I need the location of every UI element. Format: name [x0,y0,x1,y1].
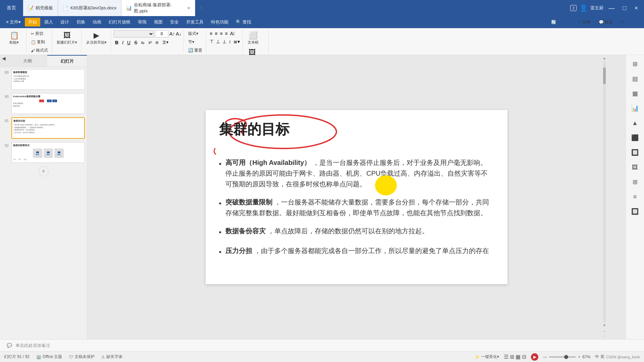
beautify-button[interactable]: ✨ 一键美化▾ [475,354,499,360]
menu-design[interactable]: 设计 [57,18,72,26]
slide-thumb-89[interactable]: 集群部署概览 • 高可用服务架构介绍 • 分布式部署概述 • 集群核心功能 [11,69,85,90]
scroll-down-button[interactable]: ▼ [603,323,606,327]
vertical-scrollbar[interactable]: ▲ ▼ + - [602,55,607,339]
image-panel-button[interactable]: 🖼 [629,161,641,174]
menu-view[interactable]: 视图 [151,18,166,26]
note-bar[interactable]: 💬 单击此处添加备注 [0,339,644,351]
layout-view-button[interactable]: ▦ [516,354,521,360]
line-spacing-button[interactable]: ↕ [228,38,232,45]
more-button[interactable]: ⋯ [629,19,638,25]
zoom-in-button[interactable]: + [603,330,605,333]
slide-thumb-90[interactable]: Kubernetes集群搭建步骤 M → N1 N2 安装步骤说明 配置说明 [11,93,85,114]
font-size-input[interactable] [155,30,168,38]
sync-button[interactable]: 🔄 已同步 [548,18,572,26]
zoom-out-button[interactable]: - [604,335,605,338]
slide-thumb-92[interactable]: 集群的部署形式 [11,142,85,163]
menu-devtools[interactable]: 开发工具 [183,18,207,26]
shape-panel-button[interactable]: ⬛ [629,131,641,144]
zoom-in-icon[interactable]: + [578,355,580,359]
table-button[interactable]: 🔲 [629,146,641,159]
list-level-button[interactable]: ≣▾ [233,38,240,45]
cut-button[interactable]: ✂ 剪切 [29,30,45,37]
slides-panel-button[interactable]: ▤ [629,72,641,85]
list-item[interactable]: 90 Kubernetes集群搭建步骤 M → N1 N2 安装步骤说明 配置说… [2,93,85,114]
text-panel-button[interactable]: ≡ [629,190,641,203]
align-right-button[interactable]: ≡ [219,30,223,37]
justify-button[interactable]: ≡ [224,30,228,37]
outline-tab[interactable]: 大纲 [8,55,47,67]
comments-button[interactable]: 💬 批注 [596,18,615,26]
grid-view-button[interactable]: ⊞ [510,354,514,360]
tab-wps[interactable]: 📝 稻壳模板 [23,0,58,16]
valign-top-button[interactable]: ⊤ [209,38,214,45]
paste-button[interactable]: 📋 粘贴▾ [4,30,24,46]
reset-button[interactable]: 🔄 重置 [186,47,204,54]
play-button[interactable]: ▶ [531,353,538,361]
slide-panel-tab[interactable]: 幻灯片 [47,55,87,67]
new-slide-button[interactable]: 🖼 新建幻灯片▾ [55,30,79,46]
zoom-handle[interactable] [564,355,568,359]
panel-collapse-button[interactable]: ◀ [0,55,8,67]
zoom-out-icon[interactable]: — [543,355,547,359]
start-from-button[interactable]: ▶ 从当前开始▾ [84,30,109,46]
subscript-button[interactable]: x₂ [140,40,146,46]
font-missing-info[interactable]: ⚠ 缺失字体 [101,354,122,360]
close-button[interactable]: × [632,5,641,12]
protection-info[interactable]: 🛡 文稿未保护 [69,354,95,360]
list-item[interactable]: 91 集群的目标 • 高可用 (High Availability)，是当一台服… [2,117,85,139]
grid-button[interactable]: ▦ [629,87,641,100]
tab-pptx[interactable]: 📊 谷粒商城-集群部署-图.pptx ✕ [121,0,195,16]
slide-canvas[interactable]: 集群的目标 • 高可用（High Availability） ，是当一台服务器停… [206,110,507,284]
slide-thumb-91[interactable]: 集群的目标 • 高可用 (High Availability)，是当一台服务器停… [11,117,85,139]
scroll-up-button[interactable]: ▲ [603,56,606,60]
menu-search[interactable]: 🔍 查找 [232,18,255,26]
scroll-thumb[interactable] [603,67,606,84]
underline-button[interactable]: U [126,39,132,46]
qr-button[interactable]: 🔲 [629,205,641,218]
share-button[interactable]: ↗ 分享 [575,18,593,26]
menu-security[interactable]: 安全 [167,18,182,26]
textbox-button[interactable]: ⬜ 文本框 [246,30,261,46]
italic-button[interactable]: I [121,39,125,46]
list-item[interactable]: 89 集群部署概览 • 高可用服务架构介绍 • 分布式部署概述 • 集群核心功能 [2,69,85,90]
align-center-button[interactable]: ≡ [214,30,218,37]
format-paint-button[interactable]: 🖌 格式式 [29,47,50,54]
chart-button[interactable]: 📊 [629,102,641,115]
tab-close-icon[interactable]: ✕ [187,6,190,10]
menu-insert[interactable]: 插入 [41,18,56,26]
tab-add-button[interactable]: + [195,0,207,16]
list-view-button[interactable]: ☰ [504,354,508,360]
copy-button[interactable]: 📋 复制 [29,39,47,46]
align-left-button[interactable]: ≡ [209,30,213,37]
menu-features[interactable]: 特色功能 [208,18,232,26]
help-button[interactable]: ? [618,19,626,25]
valign-bottom-button[interactable]: ⊥ [222,38,227,45]
properties-button[interactable]: ⊞ [629,58,641,70]
text-box-button[interactable]: A⃞ [229,30,235,37]
tab-docx[interactable]: 📄 K8S部署&DevOps.docx [58,0,121,16]
animation-panel-button[interactable]: ▲ [629,117,641,129]
valign-middle-button[interactable]: ⊥ [215,38,221,45]
strikethrough-button[interactable]: S [133,39,139,46]
tab-home[interactable]: 首页 [0,0,23,16]
minimize-button[interactable]: — [606,5,618,12]
menu-slideshow[interactable]: 幻灯片放映 [105,18,134,26]
menu-animation[interactable]: 动画 [89,18,105,26]
char-format-button[interactable]: 文▾ [161,39,170,46]
menu-start[interactable]: 开始 [25,18,40,26]
font-size-increase-button[interactable]: A↑ [169,31,175,37]
zoom-slider[interactable] [549,356,576,358]
list-item[interactable]: 92 集群的部署形式 [2,142,85,163]
layout-button[interactable]: 版式▾ [186,30,200,37]
maximize-button[interactable]: □ [620,5,629,12]
menu-file[interactable]: ≡ 文件▾ [3,18,24,26]
clear-format-button[interactable]: ⊘ [154,40,160,46]
font-name-select[interactable] [114,30,154,38]
menu-review[interactable]: 审阅 [135,18,150,26]
layout-panel-button[interactable]: ⊞ [629,176,641,188]
menu-switch[interactable]: 切换 [73,18,89,26]
section-button[interactable]: 节▾ [186,39,196,46]
superscript-button[interactable]: x² [147,40,153,46]
font-size-decrease-button[interactable]: A↓ [176,31,181,37]
bold-button[interactable]: B [114,39,120,46]
